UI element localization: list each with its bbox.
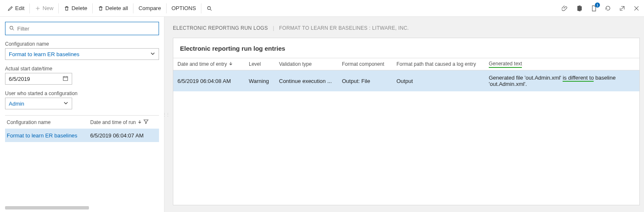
filter-icon[interactable] bbox=[143, 119, 149, 125]
row-config-name: Format to learn ER baselines bbox=[7, 132, 90, 139]
notification-badge: 1 bbox=[595, 3, 600, 8]
row-datetime: 6/5/2019 06:04:07 AM bbox=[90, 132, 157, 139]
new-button[interactable]: New bbox=[31, 0, 57, 17]
horizontal-scrollbar[interactable] bbox=[5, 206, 89, 209]
documents-icon[interactable]: 1 bbox=[589, 4, 598, 13]
start-date-value: 6/5/2019 bbox=[9, 76, 30, 82]
col-date[interactable]: Date and time of entry bbox=[177, 61, 249, 67]
search-icon bbox=[9, 25, 15, 32]
content: ⋮⋮ Electronic reporting run logs | Forma… bbox=[164, 17, 644, 212]
sidebar: Configuration name Format to learn ER ba… bbox=[0, 17, 164, 212]
separator bbox=[201, 3, 201, 13]
separator bbox=[166, 3, 167, 13]
popout-icon[interactable] bbox=[618, 4, 626, 13]
office-icon[interactable] bbox=[575, 4, 584, 13]
col-level[interactable]: Level bbox=[249, 61, 279, 67]
start-date-label: Actual start date/time bbox=[5, 66, 159, 72]
svg-point-0 bbox=[208, 6, 211, 9]
toolbar-left: Edit New Delete Delete all Compare bbox=[3, 0, 561, 17]
grid-row[interactable]: 6/5/2019 06:04:08 AM Warning Continue ex… bbox=[173, 70, 639, 91]
arrow-down-icon bbox=[229, 61, 233, 67]
cell-component: Output: File bbox=[342, 78, 396, 84]
config-name-value: Format to learn ER baselines bbox=[9, 51, 79, 57]
sidebar-list-row[interactable]: Format to learn ER baselines 6/5/2019 06… bbox=[5, 129, 159, 142]
separator bbox=[133, 3, 133, 13]
new-label: New bbox=[42, 5, 53, 11]
cell-level: Warning bbox=[249, 78, 279, 84]
toolbar-right: 1 bbox=[561, 4, 641, 13]
edit-label: Edit bbox=[15, 5, 24, 11]
plus-icon bbox=[35, 5, 41, 11]
edit-button[interactable]: Edit bbox=[3, 0, 29, 17]
grid-head: Date and time of entry Level Validation … bbox=[173, 58, 639, 70]
user-value: Admin bbox=[9, 101, 24, 107]
refresh-icon[interactable] bbox=[604, 4, 612, 13]
calendar-icon[interactable] bbox=[63, 75, 68, 83]
attachments-icon[interactable] bbox=[561, 4, 569, 13]
breadcrumb-separator: | bbox=[269, 25, 277, 31]
log-grid: Date and time of entry Level Validation … bbox=[173, 58, 639, 205]
options-button[interactable]: OPTIONS bbox=[167, 0, 201, 17]
separator bbox=[29, 3, 30, 13]
delete-label: Delete bbox=[71, 5, 87, 11]
cell-generated: Generated file 'out.Admin.xml' is differ… bbox=[489, 75, 638, 87]
close-icon[interactable] bbox=[632, 4, 641, 13]
delete-button[interactable]: Delete bbox=[60, 0, 91, 17]
user-dropdown[interactable]: Admin bbox=[5, 98, 72, 109]
gen-text-pre: Generated file 'out.Admin.xml' bbox=[489, 75, 563, 81]
panel-title: Electronic reporting run log entries bbox=[173, 45, 639, 58]
config-name-dropdown[interactable]: Format to learn ER baselines bbox=[5, 48, 159, 60]
col-generated-label: Generated text bbox=[489, 61, 522, 68]
pencil-icon bbox=[8, 5, 13, 11]
cell-date: 6/5/2019 06:04:08 AM bbox=[177, 78, 249, 84]
options-label: OPTIONS bbox=[172, 5, 196, 11]
col-date-label: Date and time of entry bbox=[177, 61, 227, 67]
col-path[interactable]: Format path that caused a log entry bbox=[396, 61, 489, 67]
sidebar-list-head: Configuration name Date and time of run bbox=[5, 115, 159, 129]
filter-input[interactable] bbox=[15, 26, 155, 32]
separator bbox=[92, 3, 93, 13]
list-head-config[interactable]: Configuration name bbox=[7, 119, 90, 125]
pane-drag-handle[interactable]: ⋮⋮ bbox=[162, 112, 169, 117]
col-generated[interactable]: Generated text bbox=[489, 61, 638, 68]
chevron-down-icon bbox=[150, 51, 155, 57]
gen-text-highlight: is different to bbox=[563, 75, 594, 82]
delete-all-button[interactable]: Delete all bbox=[94, 0, 132, 17]
cell-path: Output bbox=[396, 78, 489, 84]
trash-icon bbox=[98, 5, 104, 11]
filter-box[interactable] bbox=[5, 22, 159, 35]
trash-icon bbox=[64, 5, 70, 11]
compare-button[interactable]: Compare bbox=[134, 0, 165, 17]
start-date-input[interactable]: 6/5/2019 bbox=[5, 73, 72, 85]
cell-validation: Continue execution ... bbox=[279, 78, 342, 84]
delete-all-label: Delete all bbox=[105, 5, 128, 11]
breadcrumb-root[interactable]: Electronic reporting run logs bbox=[173, 25, 268, 31]
config-name-label: Configuration name bbox=[5, 41, 159, 47]
list-head-datetime[interactable]: Date and time of run bbox=[90, 119, 157, 125]
chevron-down-icon bbox=[63, 101, 68, 107]
user-label: User who started a configuration bbox=[5, 90, 159, 96]
toolbar-search-button[interactable] bbox=[202, 0, 216, 17]
arrow-down-icon bbox=[138, 119, 142, 125]
col-validation[interactable]: Validation type bbox=[279, 61, 342, 67]
toolbar: Edit New Delete Delete all Compare bbox=[0, 0, 644, 17]
svg-point-1 bbox=[10, 26, 13, 29]
breadcrumb: Electronic reporting run logs | Format t… bbox=[173, 25, 640, 31]
main: Configuration name Format to learn ER ba… bbox=[0, 17, 644, 212]
svg-rect-2 bbox=[63, 76, 68, 80]
col-component[interactable]: Format component bbox=[342, 61, 396, 67]
list-head-datetime-label: Date and time of run bbox=[90, 119, 136, 125]
compare-label: Compare bbox=[138, 5, 161, 11]
search-icon bbox=[206, 5, 212, 11]
separator bbox=[58, 3, 59, 13]
breadcrumb-leaf: Format to learn ER baselines : Litware, … bbox=[279, 25, 409, 31]
log-panel: Electronic reporting run log entries Dat… bbox=[173, 38, 640, 205]
